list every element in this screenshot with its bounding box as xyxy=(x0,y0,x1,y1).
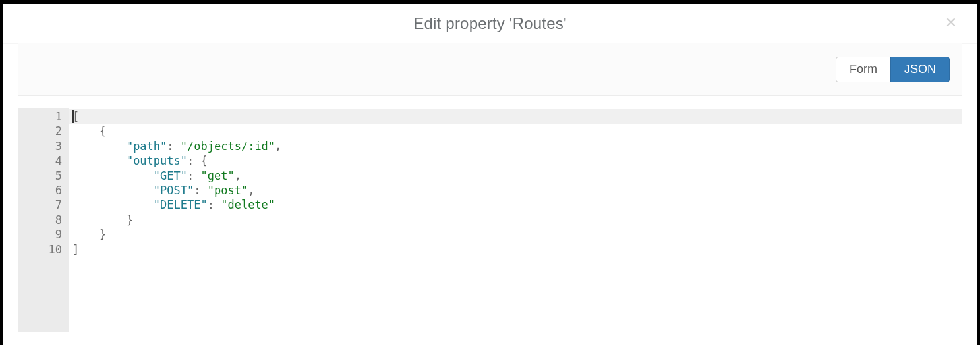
code-line: [ xyxy=(69,109,962,124)
modal-body: Form JSON 1 2 3 4 5 6 7 8 9 10 [ { xyxy=(3,43,977,345)
view-toggle-toolbar: Form JSON xyxy=(18,43,962,96)
code-line: "path": "/objects/:id", xyxy=(69,139,962,153)
code-line: } xyxy=(69,227,962,242)
gutter-line: 3 xyxy=(18,139,69,153)
tab-form[interactable]: Form xyxy=(836,57,891,82)
code-line: ] xyxy=(69,242,962,257)
code-line: "outputs": { xyxy=(69,153,962,168)
editor-gutter: 1 2 3 4 5 6 7 8 9 10 xyxy=(18,108,69,332)
gutter-line: 10 xyxy=(18,242,69,257)
tab-json[interactable]: JSON xyxy=(890,57,950,82)
gutter-line: 6 xyxy=(18,183,69,198)
gutter-line: 8 xyxy=(18,213,69,227)
code-line: "POST": "post", xyxy=(69,183,962,198)
gutter-line: 2 xyxy=(18,124,69,138)
gutter-line: 4 xyxy=(18,153,69,168)
close-icon: × xyxy=(946,12,956,32)
view-toggle-group: Form JSON xyxy=(836,57,950,82)
gutter-line: 5 xyxy=(18,169,69,183)
code-line: } xyxy=(69,213,962,227)
code-line: "GET": "get", xyxy=(69,169,962,183)
modal-header: Edit property 'Routes' × xyxy=(3,4,977,43)
editor-content[interactable]: [ { "path": "/objects/:id", "outputs": {… xyxy=(69,108,962,332)
close-button[interactable]: × xyxy=(940,12,962,33)
gutter-line: 7 xyxy=(18,198,69,212)
code-line: { xyxy=(69,124,962,138)
code-line: "DELETE": "delete" xyxy=(69,198,962,212)
gutter-line: 1 xyxy=(18,109,69,124)
json-editor[interactable]: 1 2 3 4 5 6 7 8 9 10 [ { "path": "/objec… xyxy=(18,108,962,332)
gutter-line: 9 xyxy=(18,227,69,242)
modal-dialog: Edit property 'Routes' × Form JSON 1 2 3… xyxy=(3,4,977,345)
modal-title: Edit property 'Routes' xyxy=(3,4,977,43)
